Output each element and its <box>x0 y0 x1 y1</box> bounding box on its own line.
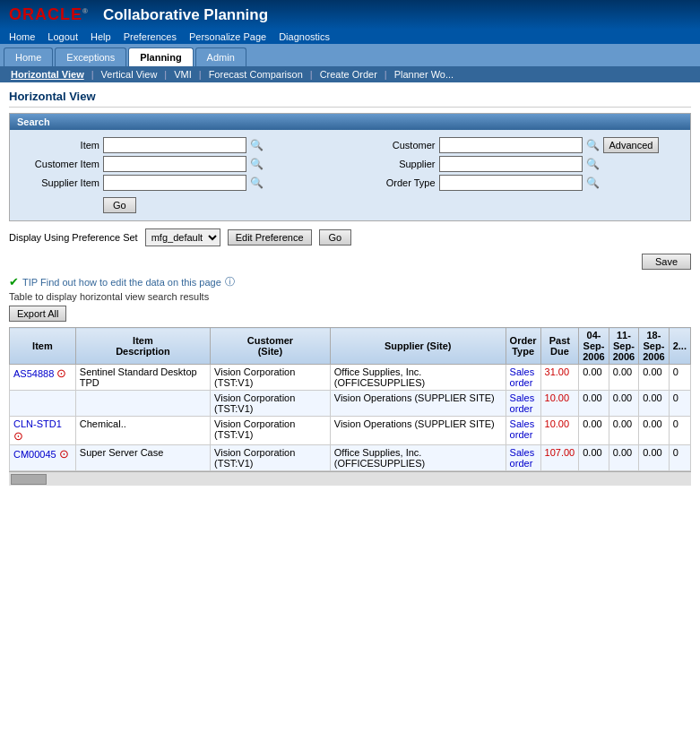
tip-text: TIP Find out how to edit the data on thi… <box>22 277 221 288</box>
search-right: Customer 🔍 Advanced Supplier 🔍 Order Typ… <box>355 137 682 194</box>
row2-customer: Vision Corporation (TST:V1) <box>211 391 331 417</box>
row4-order-link[interactable]: Salesorder <box>510 447 535 469</box>
order-type-row: Order Type 🔍 <box>355 175 682 191</box>
row1-order-link[interactable]: Salesorder <box>510 366 535 388</box>
tip-row: ✔ TIP Find out how to edit the data on t… <box>9 275 691 289</box>
nav-home[interactable]: Home <box>9 31 35 42</box>
supplier-item-row: Supplier Item 🔍 <box>19 175 346 191</box>
row3-past-due: 10.00 <box>540 417 579 445</box>
search-body: Item 🔍 Customer Item 🔍 Supplier Item 🔍 <box>10 130 690 220</box>
item-input[interactable] <box>103 137 246 153</box>
row3-target-icon: ⊙ <box>13 429 23 443</box>
supplier-input[interactable] <box>439 156 583 172</box>
app-header: ORACLE® Collaborative Planning <box>0 0 700 30</box>
preference-go-button[interactable]: Go <box>319 229 352 246</box>
row2-item <box>10 391 76 417</box>
col-past-due: PastDue <box>540 328 579 365</box>
subtab-create-order[interactable]: Create Order <box>313 66 385 82</box>
row2-order-type: Salesorder <box>506 391 540 417</box>
col-supplier: Supplier (Site) <box>330 328 506 365</box>
row4-item-link[interactable]: CM00045 <box>13 449 56 460</box>
supplier-item-input[interactable] <box>103 175 246 191</box>
tab-home[interactable]: Home <box>4 47 53 66</box>
tab-planning[interactable]: Planning <box>128 47 193 66</box>
row3-col3: 0.00 <box>639 417 669 445</box>
row1-col2: 0.00 <box>609 365 638 391</box>
scroll-thumb[interactable] <box>11 474 47 485</box>
customer-item-search-icon[interactable]: 🔍 <box>250 158 264 170</box>
customer-input[interactable] <box>439 137 583 153</box>
table-row: Vision Corporation (TST:V1) Vision Opera… <box>10 391 691 417</box>
nav-logout[interactable]: Logout <box>48 31 78 42</box>
save-row: Save <box>9 254 691 270</box>
row1-past-due-link[interactable]: 31.00 <box>545 366 570 377</box>
search-header: Search <box>10 114 690 130</box>
preference-select[interactable]: mfg_default <box>145 228 220 246</box>
row1-order-type: Salesorder <box>506 365 540 391</box>
row3-item: CLN-STD1 ⊙ <box>10 417 76 445</box>
supplier-search-icon[interactable]: 🔍 <box>586 158 600 170</box>
subtab-horizontal[interactable]: Horizontal View <box>4 66 91 82</box>
row4-past-due-link[interactable]: 107.00 <box>545 447 575 458</box>
row3-col2: 0.00 <box>609 417 638 445</box>
item-row: Item 🔍 <box>19 137 346 153</box>
row1-col3: 0.00 <box>639 365 669 391</box>
subtab-forecast[interactable]: Forecast Comparison <box>202 66 310 82</box>
row3-item-link[interactable]: CLN-STD1 <box>13 418 62 429</box>
save-button[interactable]: Save <box>642 254 691 270</box>
customer-row: Customer 🔍 Advanced <box>355 137 682 153</box>
customer-search-icon[interactable]: 🔍 <box>586 139 600 151</box>
row3-order-link[interactable]: Salesorder <box>510 418 535 440</box>
row4-col2: 0.00 <box>609 445 638 471</box>
table-row: AS54888 ⊙ Sentinel Standard Desktop TPD … <box>10 365 691 391</box>
row2-supplier: Vision Operations (SUPPLIER SITE) <box>330 391 506 417</box>
search-go-button[interactable]: Go <box>103 197 136 213</box>
row3-past-due-link[interactable]: 10.00 <box>545 418 570 429</box>
preference-label: Display Using Preference Set <box>9 232 138 243</box>
row2-col3: 0.00 <box>639 391 669 417</box>
horizontal-scrollbar[interactable] <box>9 471 691 486</box>
advanced-button[interactable]: Advanced <box>603 137 660 153</box>
preference-row: Display Using Preference Set mfg_default… <box>9 228 691 246</box>
item-search-icon[interactable]: 🔍 <box>250 139 264 151</box>
col-customer: Customer(Site) <box>211 328 331 365</box>
tab-exceptions[interactable]: Exceptions <box>55 47 126 66</box>
nav-help[interactable]: Help <box>91 31 111 42</box>
subtab-planner[interactable]: Planner Wo... <box>387 66 461 82</box>
row2-past-due-link[interactable]: 10.00 <box>545 392 570 403</box>
row1-item-link[interactable]: AS54888 <box>13 368 54 379</box>
row1-target-icon: ⊙ <box>56 366 66 380</box>
item-label: Item <box>19 140 99 151</box>
edit-preference-button[interactable]: Edit Preference <box>228 229 312 246</box>
row2-desc <box>75 391 210 417</box>
subtab-vertical[interactable]: Vertical View <box>94 66 165 82</box>
subtab-vmi[interactable]: VMI <box>167 66 199 82</box>
table-container: Item ItemDescription Customer(Site) Supp… <box>9 327 691 471</box>
row2-past-due: 10.00 <box>540 391 579 417</box>
row2-order-link[interactable]: Salesorder <box>510 392 535 414</box>
order-type-search-icon[interactable]: 🔍 <box>586 177 600 189</box>
app-title: Collaborative Planning <box>103 6 268 24</box>
main-tabs: Home Exceptions Planning Admin <box>0 44 700 66</box>
tip-info-icon[interactable]: ⓘ <box>225 275 235 289</box>
row1-col1: 0.00 <box>579 365 609 391</box>
order-type-input[interactable] <box>439 175 583 191</box>
customer-item-input[interactable] <box>103 156 246 172</box>
row1-supplier: Office Supplies, Inc. (OFFICESUPPLIES) <box>330 365 506 391</box>
tab-admin[interactable]: Admin <box>195 47 246 66</box>
nav-personalize[interactable]: Personalize Page <box>189 31 266 42</box>
export-all-button[interactable]: Export All <box>9 306 66 322</box>
row4-target-icon: ⊙ <box>59 447 69 461</box>
nav-preferences[interactable]: Preferences <box>124 31 177 42</box>
table-row: CLN-STD1 ⊙ Chemical.. Vision Corporation… <box>10 417 691 445</box>
tip-checkmark-icon: ✔ <box>9 275 19 289</box>
supplier-item-search-icon[interactable]: 🔍 <box>250 177 264 189</box>
nav-diagnostics[interactable]: Diagnostics <box>279 31 330 42</box>
supplier-item-label: Supplier Item <box>19 177 99 188</box>
row3-desc: Chemical.. <box>75 417 210 445</box>
row1-item: AS54888 ⊙ <box>10 365 76 391</box>
row1-past-due: 31.00 <box>540 365 579 391</box>
row4-supplier: Office Supplies, Inc. (OFFICESUPPLIES) <box>330 445 506 471</box>
customer-label: Customer <box>355 140 436 151</box>
search-panel: Search Item 🔍 Customer Item 🔍 <box>9 113 691 221</box>
